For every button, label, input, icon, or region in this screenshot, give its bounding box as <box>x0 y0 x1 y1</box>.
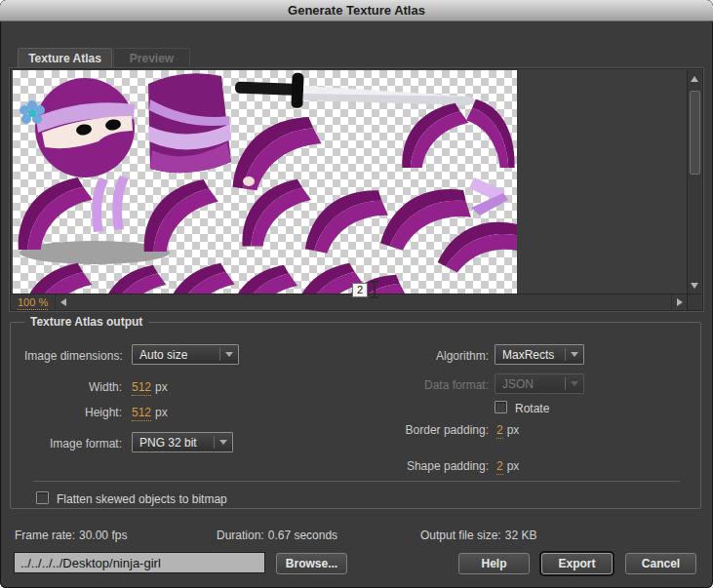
scroll-down-button[interactable] <box>688 279 701 293</box>
atlas-preview-canvas[interactable] <box>13 70 517 294</box>
output-file-size-info: Output file size:32 KB <box>420 529 536 542</box>
help-button[interactable]: Help <box>458 553 530 574</box>
image-dimensions-label: Image dimensions: <box>24 349 122 363</box>
frame-rate-info: Frame rate:30.00 fps <box>15 529 127 542</box>
texture-atlas-output-group: Texture Atlas output Image dimensions: A… <box>10 322 701 509</box>
border-padding-label: Border padding: <box>342 423 489 437</box>
browse-button[interactable]: Browse... <box>276 553 347 574</box>
image-format-label: Image format: <box>24 437 122 451</box>
window-title: Generate Texture Atlas <box>288 3 425 18</box>
algorithm-dropdown[interactable]: MaxRects <box>495 344 584 365</box>
scroll-left-button[interactable] <box>55 294 70 310</box>
tab-preview[interactable]: Preview <box>113 48 190 68</box>
image-dimensions-dropdown[interactable]: Auto size <box>132 344 239 365</box>
height-value-hottext[interactable]: 512 <box>132 406 151 421</box>
cancel-button[interactable]: Cancel <box>625 553 696 574</box>
atlas-preview-panel: 2 100 % <box>10 68 703 311</box>
rotate-checkbox[interactable] <box>495 401 507 413</box>
height-unit: px <box>155 406 168 419</box>
vertical-scroll-thumb[interactable] <box>690 91 700 175</box>
width-unit: px <box>155 380 168 394</box>
scroll-right-button[interactable] <box>671 294 687 310</box>
border-padding-unit: px <box>507 423 520 437</box>
group-title: Texture Atlas output <box>24 315 148 329</box>
chevron-down-icon <box>566 352 583 357</box>
rotate-label: Rotate <box>515 402 549 415</box>
inline-value-editor[interactable]: 2 <box>352 283 368 297</box>
data-format-dropdown: JSON <box>495 373 584 394</box>
window-titlebar[interactable]: Generate Texture Atlas <box>0 0 713 21</box>
export-button[interactable]: Export <box>541 553 613 574</box>
width-label: Width: <box>24 380 122 394</box>
export-path-input[interactable] <box>14 552 265 573</box>
zoom-level-hottext[interactable]: 100 % <box>12 296 55 308</box>
scroll-up-button[interactable] <box>688 72 701 86</box>
image-format-dropdown[interactable]: PNG 32 bit <box>132 432 233 452</box>
flatten-skewed-checkbox[interactable] <box>36 491 49 504</box>
generate-texture-atlas-dialog: Generate Texture Atlas Texture Atlas Pre… <box>0 0 713 588</box>
algorithm-label: Algorithm: <box>342 349 489 363</box>
ninja-sprite-sheet <box>13 70 517 295</box>
border-padding-value-hottext[interactable]: 2 <box>496 423 503 439</box>
duration-info: Duration:0.67 seconds <box>217 529 337 542</box>
shape-padding-unit: px <box>507 459 520 473</box>
vertical-scrollbar[interactable] <box>687 70 701 294</box>
section-divider <box>33 481 680 482</box>
chevron-down-icon <box>215 440 232 445</box>
shape-padding-value-hottext[interactable]: 2 <box>496 459 503 475</box>
height-label: Height: <box>24 406 122 419</box>
text-cursor-icon <box>371 281 378 298</box>
tab-texture-atlas[interactable]: Texture Atlas <box>18 48 112 68</box>
shape-padding-label: Shape padding: <box>342 459 489 473</box>
flatten-skewed-label: Flatten skewed objects to bitmap <box>57 492 227 506</box>
chevron-down-icon <box>220 352 238 357</box>
width-value-hottext[interactable]: 512 <box>132 380 151 396</box>
data-format-label: Data format: <box>342 378 489 392</box>
chevron-down-icon <box>566 381 583 386</box>
scrollbar-corner <box>687 294 701 310</box>
